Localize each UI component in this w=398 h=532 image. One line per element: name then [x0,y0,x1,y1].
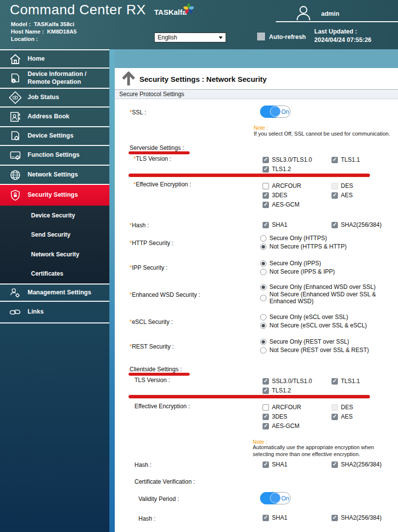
checkbox-client-arcfour[interactable]: ARCFOUR [263,404,301,411]
sidebar-subitem-certificates[interactable]: Certificates [0,264,109,284]
certificate-verification-label: Certificate Verification : [134,478,195,485]
radio-circle [260,347,266,354]
rest-security-label: *REST Security : [130,343,174,350]
radio-circle [260,260,266,267]
back-up-arrow-icon[interactable] [121,71,136,87]
last-updated-label: Last Updated : [314,28,357,35]
encryption-note-text: Automatically use the appropriate encryp… [253,444,396,458]
auto-refresh-label: Auto-refresh [269,34,306,40]
sidebar-item-management-settings[interactable]: Management Settings [0,284,109,302]
checkbox-client-aes-gcm[interactable]: AES-GCM [263,423,299,429]
sidebar-subitem-network-security[interactable]: Network Security [0,245,109,264]
toggle-state-label: On [280,493,290,504]
sidebar: Home i Device Information / Remote Opera… [0,49,109,532]
header-divider [276,21,398,22]
checkbox-box [263,157,269,163]
header: Command Center RX Model : TASKalfa 358ci… [0,0,398,49]
device-info-icon: i [9,72,22,85]
sidebar-item-device-settings[interactable]: Device Settings [0,127,109,146]
pinwheel-icon [183,3,195,15]
radio-ipp-secure-only[interactable]: Secure Only (IPPS) [260,260,321,267]
address-book-icon [9,110,22,123]
radio-circle [260,322,266,329]
serverside-hash-label: *Hash : [130,222,149,229]
checkbox-tls11[interactable]: TLS1.1 [332,156,360,163]
note-title: Note : [254,125,268,131]
checkbox-box [263,404,269,411]
language-selected-value: English [158,34,177,41]
sidebar-item-network-settings[interactable]: Network Settings [0,166,109,185]
checkbox-sha1[interactable]: SHA1 [263,221,287,228]
radio-http-secure-only[interactable]: Secure Only (HTTPS) [260,235,327,242]
ssl-label: *SSL : [130,109,146,116]
checkbox-box [263,192,269,199]
radio-ipp-not-secure[interactable]: Not Secure (IPPS & IPP) [260,268,335,275]
checkbox-tls12[interactable]: TLS1.2 [263,166,291,173]
checkbox-3des[interactable]: 3DES [263,192,287,199]
sidebar-item-security-settings[interactable]: Security Settings [0,185,109,206]
checkbox-client-sha2[interactable]: SHA2(256/384) [332,461,382,468]
checkbox-client-sha1[interactable]: SHA1 [263,461,287,468]
radio-rest-not-secure[interactable]: Not Secure (REST over SSL & REST) [260,347,369,354]
radio-wsd-secure-only[interactable]: Secure Only (Enhanced WSD over SSL) [260,284,375,290]
device-settings-icon [9,130,22,142]
toggle-state-label: On [280,106,290,117]
checkbox-client-3des[interactable]: 3DES [263,413,287,420]
svg-text:i: i [13,79,14,83]
sidebar-subitem-device-security[interactable]: Device Security [0,206,109,225]
sidebar-item-address-book[interactable]: Address Book [0,107,109,127]
location-line: Location : [11,36,41,42]
content-top-band [115,49,398,68]
radio-circle [260,339,266,345]
sidebar-item-links[interactable]: Links [0,302,109,323]
radio-escl-not-secure[interactable]: Not Secure (eSCL over SSL & eSCL) [260,322,367,329]
clientside-settings-heading: Clientside Settings : [130,366,182,373]
serverside-settings-heading: Serverside Settings : [130,144,184,151]
checkbox-box [332,192,338,199]
section-header: Secure Protocol Settings [115,89,398,99]
sidebar-subitem-send-security[interactable]: Send Security [0,225,109,245]
radio-http-not-secure[interactable]: Not Secure (HTTPS & HTTP) [260,243,347,250]
checkbox-arcfour[interactable]: ARCFOUR [263,182,301,189]
clientside-tls-version-label: TLS Version : [134,377,170,384]
toggle-knob [270,493,281,503]
radio-circle [260,295,266,301]
sidebar-item-job-status[interactable]: Job Status [0,89,109,107]
checkbox-ssl30-tls10[interactable]: SSL3.0/TLS1.0 [263,156,312,163]
links-icon [9,306,22,319]
checkbox-client-aes[interactable]: AES [332,413,353,420]
radio-rest-secure-only[interactable]: Secure Only (REST over SSL) [260,338,349,345]
hostname-line: Host Name : KM8D18A5 [11,29,77,35]
model-line: Model : TASKalfa 358ci [11,21,74,27]
management-settings-icon [9,286,22,299]
checkbox-box [332,515,338,521]
certificate-hash-label: Hash : [138,515,156,522]
sidebar-item-home[interactable]: Home [0,50,109,69]
checkbox-box [332,404,338,411]
radio-circle [260,244,266,250]
checkbox-box [263,423,269,429]
logged-in-user: admin [321,10,339,17]
ipp-security-label: *IPP Security : [130,264,167,271]
ssl-toggle[interactable]: On [260,106,291,118]
language-select[interactable]: English [154,33,226,42]
radio-wsd-not-secure[interactable]: Not Secure (Enhanced WSD over SSL & Enha… [260,291,394,305]
auto-refresh-checkbox[interactable] [257,33,265,40]
checkbox-cert-sha2[interactable]: SHA2(256/384) [332,514,382,521]
sidebar-item-device-information[interactable]: i Device Information / Remote Operation [0,69,109,89]
checkbox-aes[interactable]: AES [332,192,353,199]
checkbox-box [263,202,269,208]
checkbox-aes-gcm[interactable]: AES-GCM [263,201,299,208]
checkbox-sha2[interactable]: SHA2(256/384) [332,221,382,228]
red-line-annotation [129,395,370,398]
checkbox-cert-sha1[interactable]: SHA1 [263,514,287,521]
validity-period-toggle[interactable]: On [260,492,291,504]
clientside-effective-encryption-label: Effective Encryption : [134,403,190,410]
checkbox-client-ssl30-tls10[interactable]: SSL3.0/TLS1.0 [263,378,312,385]
enhanced-wsd-security-label: *Enhanced WSD Security : [130,291,200,298]
sidebar-item-function-settings[interactable]: Function Settings [0,146,109,166]
radio-circle [260,284,266,290]
checkbox-client-tls12[interactable]: TLS1.2 [263,387,291,394]
radio-escl-secure-only[interactable]: Secure Only (eSCL over SSL) [260,314,348,320]
checkbox-client-tls11[interactable]: TLS1.1 [332,378,360,385]
